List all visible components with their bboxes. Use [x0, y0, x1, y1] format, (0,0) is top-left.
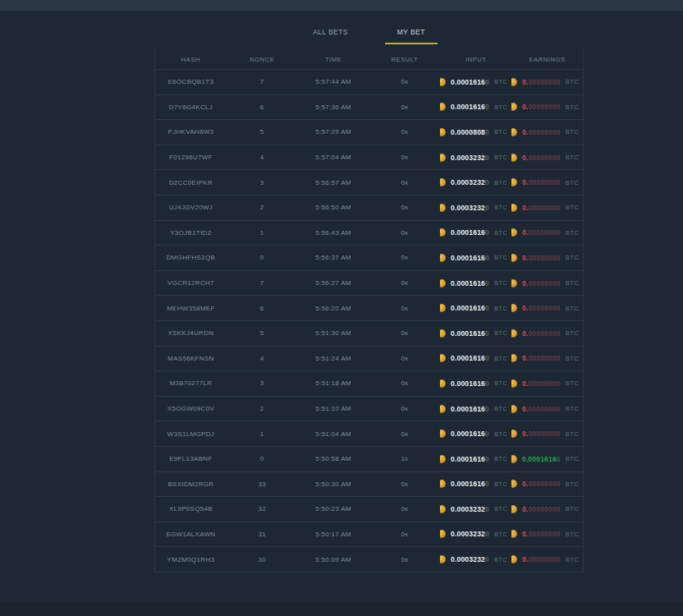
btc-coin-icon — [440, 379, 446, 388]
btc-coin-icon — [440, 430, 446, 438]
bet-input-value: 0.00016160 — [451, 254, 489, 262]
bet-earnings-value: 0.00000000 — [522, 304, 561, 312]
bet-row[interactable]: F01296U7WF45:57:04 AM0x0.00032320BTC0.00… — [155, 145, 583, 171]
bet-nonce: 7 — [227, 78, 298, 85]
currency-label: BTC — [494, 505, 507, 513]
bet-input-value: 0.00016160 — [451, 103, 489, 111]
currency-label: BTC — [566, 179, 579, 186]
btc-coin-icon — [511, 329, 517, 338]
currency-label: BTC — [494, 103, 507, 111]
bet-earnings: 0.00000000BTC — [511, 154, 583, 162]
bet-hash: BSXIDM2RGR — [155, 480, 227, 488]
bet-result: 0x — [369, 229, 441, 237]
bet-earnings: 0.00000000BTC — [511, 505, 583, 513]
bet-result: 0x — [369, 480, 441, 488]
bet-row[interactable]: YMZM0Q1RH3305:50:09 AM0x0.00032320BTC0.0… — [155, 547, 583, 572]
bet-earnings: 0.00000000BTC — [511, 304, 583, 312]
btc-coin-icon — [511, 405, 517, 413]
currency-label: BTC — [566, 405, 579, 412]
bet-input-value: 0.00032320 — [451, 530, 489, 538]
bet-row[interactable]: DMGHFHS2QB05:56:37 AM0x0.00016160BTC0.00… — [155, 246, 583, 271]
bet-row[interactable]: VGCR12RCH775:56:27 AM0x0.00016160BTC0.00… — [155, 271, 583, 297]
currency-label: BTC — [494, 531, 507, 538]
bet-row[interactable]: MAS56KFNSN45:51:24 AM0x0.00016160BTC0.00… — [155, 347, 583, 372]
table-header-row: HASHNONCETIMERESULTINPUTEARNINGS — [155, 49, 583, 70]
tab-all-bets[interactable]: ALL BETS — [300, 23, 360, 44]
bet-earnings: 0.00000000BTC — [511, 128, 583, 136]
bet-time: 5:50:09 AM — [298, 556, 369, 563]
tab-my-bet[interactable]: MY BET — [385, 23, 438, 44]
btc-coin-icon — [440, 128, 446, 136]
currency-label: BTC — [494, 329, 507, 337]
bet-row[interactable]: M3B70277LR35:51:18 AM0x0.00016160BTC0.00… — [155, 371, 583, 397]
bet-input-value: 0.00016160 — [451, 480, 489, 488]
btc-coin-icon — [440, 154, 446, 162]
currency-label: BTC — [566, 305, 579, 312]
currency-label: BTC — [494, 128, 507, 136]
bet-nonce: 30 — [227, 556, 298, 563]
bet-result: 0x — [369, 329, 441, 337]
bet-row[interactable]: Y3OJB1TIDZ15:56:43 AM0x0.00016160BTC0.00… — [155, 221, 583, 246]
bet-row[interactable]: X5OGW09C0V25:51:10 AM0x0.00016160BTC0.00… — [155, 397, 583, 422]
bet-row[interactable]: D7Y6G4KCLJ65:57:36 AM0x0.00016160BTC0.00… — [155, 95, 583, 121]
bet-result: 0x — [369, 531, 441, 538]
btc-coin-icon — [511, 555, 517, 563]
bet-earnings: 0.00000000BTC — [511, 405, 583, 413]
bet-row[interactable]: W3S1LMGPDJ15:51:04 AM0x0.00016160BTC0.00… — [155, 421, 583, 447]
bet-row[interactable]: BSXIDM2RGR335:50:30 AM0x0.00016160BTC0.0… — [155, 472, 583, 498]
bet-input: 0.00032320BTC — [440, 505, 511, 513]
bet-earnings-value: 0.00000000 — [522, 430, 561, 438]
bet-nonce: 5 — [227, 329, 298, 337]
bet-row[interactable]: EGW1ALXAWN315:50:17 AM0x0.00032320BTC0.0… — [155, 522, 583, 548]
bet-input: 0.00008080BTC — [440, 128, 511, 136]
currency-label: BTC — [566, 279, 579, 287]
bet-earnings-value: 0.00000000 — [522, 154, 561, 162]
bet-row[interactable]: PJHKVAH8W355:57:29 AM0x0.00008080BTC0.00… — [155, 120, 583, 145]
bet-row[interactable]: E6OCBQB1T375:57:44 AM0x0.00016160BTC0.00… — [155, 70, 583, 95]
btc-coin-icon — [511, 204, 517, 212]
bet-nonce: 0 — [227, 455, 298, 462]
column-header-time: TIME — [298, 56, 369, 63]
currency-label: BTC — [566, 78, 579, 85]
bet-earnings-value: 0.00000000 — [522, 379, 561, 388]
currency-label: BTC — [566, 480, 579, 488]
btc-coin-icon — [511, 154, 517, 162]
bet-result: 0x — [369, 103, 441, 111]
bet-result: 0x — [369, 154, 441, 161]
bet-row[interactable]: D2CC0EIPKR35:56:57 AM0x0.00032320BTC0.00… — [155, 170, 583, 195]
bet-earnings-value: 0.00016160 — [522, 455, 561, 463]
currency-label: BTC — [494, 379, 507, 387]
bet-earnings-value: 0.00000000 — [522, 329, 561, 338]
bet-time: 5:57:04 AM — [298, 154, 369, 161]
bet-time: 5:50:17 AM — [298, 531, 369, 538]
bet-row[interactable]: XSKKJ4URDN55:51:30 AM0x0.00016160BTC0.00… — [155, 321, 583, 347]
bet-time: 5:51:30 AM — [298, 329, 369, 337]
bet-row[interactable]: UJ4JGV20WJ25:56:50 AM0x0.00032320BTC0.00… — [155, 195, 583, 221]
bet-input: 0.00016160BTC — [440, 329, 511, 338]
bet-hash: D7Y6G4KCLJ — [155, 103, 227, 111]
bets-table: HASHNONCETIMERESULTINPUTEARNINGS E6OCBQB… — [154, 49, 584, 572]
bet-row[interactable]: XL9P0SQ54B325:50:23 AM0x0.00032320BTC0.0… — [155, 497, 583, 522]
bet-hash: VGCR12RCH7 — [155, 279, 227, 287]
column-header-earnings: EARNINGS — [511, 56, 583, 63]
bet-earnings: 0.00000000BTC — [511, 103, 583, 111]
bet-result: 0x — [369, 355, 441, 362]
btc-coin-icon — [440, 329, 446, 338]
column-header-result: RESULT — [369, 56, 441, 63]
btc-coin-icon — [511, 455, 517, 463]
bet-input-value: 0.00016160 — [451, 405, 489, 413]
btc-coin-icon — [440, 555, 446, 563]
currency-label: BTC — [494, 78, 507, 85]
bet-hash: XL9P0SQ54B — [155, 505, 227, 513]
bet-hash: EGW1ALXAWN — [155, 531, 227, 538]
bet-row[interactable]: E9FL13ABNF05:50:58 AM1x0.00016160BTC0.00… — [155, 447, 583, 472]
bet-time: 5:56:50 AM — [298, 204, 369, 211]
bet-result: 0x — [369, 556, 441, 563]
table-body: E6OCBQB1T375:57:44 AM0x0.00016160BTC0.00… — [155, 70, 583, 572]
currency-label: BTC — [566, 128, 579, 136]
bet-input-value: 0.00032320 — [451, 555, 489, 563]
bet-time: 5:51:24 AM — [298, 355, 369, 362]
bet-row[interactable]: MEHW358MEF65:56:20 AM0x0.00016160BTC0.00… — [155, 296, 583, 321]
currency-label: BTC — [494, 229, 507, 237]
bet-time: 5:51:04 AM — [298, 430, 369, 438]
